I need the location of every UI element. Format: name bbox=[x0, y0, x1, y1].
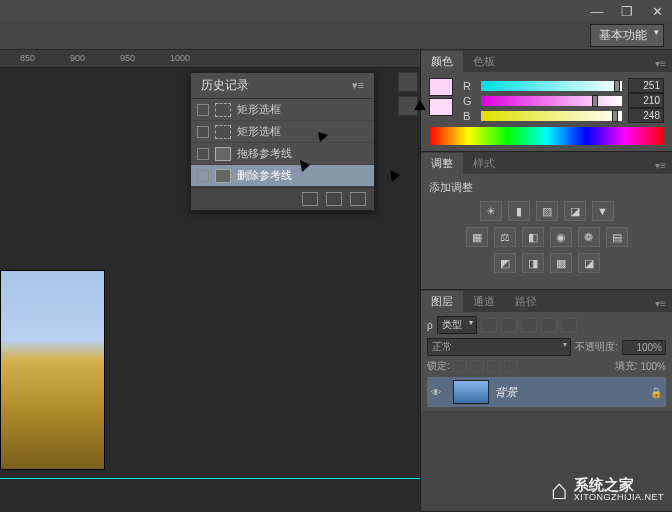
adj-vibrance-icon[interactable]: ▼ bbox=[592, 201, 614, 221]
collapse-icon[interactable] bbox=[398, 72, 418, 92]
tab-color[interactable]: 颜色 bbox=[421, 51, 463, 72]
color-panel: 颜色 色板 ▾≡ R 251 bbox=[421, 50, 672, 152]
history-title: 历史记录 bbox=[201, 77, 249, 94]
layer-filter-type[interactable]: 类型 bbox=[437, 316, 477, 334]
tab-layers[interactable]: 图层 bbox=[421, 291, 463, 312]
panel-menu-icon[interactable]: ▾≡ bbox=[352, 79, 364, 92]
visibility-toggle-icon[interactable] bbox=[431, 386, 447, 398]
blend-mode-select[interactable]: 正常 bbox=[427, 338, 571, 356]
lock-all-icon[interactable] bbox=[504, 360, 518, 372]
ruler-tick: 950 bbox=[120, 53, 135, 63]
guide-line[interactable] bbox=[0, 478, 420, 479]
watermark-en: XITONGZHIJIA.NET bbox=[574, 493, 664, 503]
tab-styles[interactable]: 样式 bbox=[463, 153, 505, 174]
lock-label: 锁定: bbox=[427, 359, 450, 373]
ruler-horizontal[interactable]: 850 900 950 1000 bbox=[0, 50, 420, 68]
channel-r-label: R bbox=[463, 80, 475, 92]
marquee-icon bbox=[215, 125, 231, 139]
ruler-tick: 850 bbox=[20, 53, 35, 63]
tab-paths[interactable]: 路径 bbox=[505, 291, 547, 312]
layer-thumbnail[interactable] bbox=[453, 380, 489, 404]
canvas-image[interactable] bbox=[0, 270, 105, 470]
restore-button[interactable]: ❐ bbox=[612, 1, 642, 21]
history-checkbox[interactable] bbox=[197, 170, 209, 182]
history-label: 矩形选框 bbox=[237, 102, 281, 117]
tab-adjust[interactable]: 调整 bbox=[421, 153, 463, 174]
ruler-tick: 1000 bbox=[170, 53, 190, 63]
foreground-swatch[interactable] bbox=[429, 78, 453, 96]
adj-lookup-icon[interactable]: ▤ bbox=[606, 227, 628, 247]
filter-pixel-icon[interactable] bbox=[481, 318, 497, 332]
panel-menu-icon[interactable]: ▾≡ bbox=[649, 157, 672, 174]
adj-balance-icon[interactable]: ⚖ bbox=[494, 227, 516, 247]
history-item[interactable]: 拖移参考线 bbox=[191, 143, 374, 165]
adjustments-panel: 调整 样式 ▾≡ 添加调整 ☀ ▮ ▨ ◪ ▼ ▦ ⚖ ◧ ◉ ❁ bbox=[421, 152, 672, 290]
dock-panel-icon[interactable] bbox=[398, 96, 418, 116]
fill-label: 填充: bbox=[615, 359, 638, 373]
filter-shape-icon[interactable] bbox=[541, 318, 557, 332]
layer-background[interactable]: 背景 🔒 bbox=[427, 377, 666, 407]
lock-pixels-icon[interactable] bbox=[470, 360, 484, 372]
adj-exposure-icon[interactable]: ◪ bbox=[564, 201, 586, 221]
filter-smart-icon[interactable] bbox=[561, 318, 577, 332]
dock-strip bbox=[398, 72, 420, 116]
value-r[interactable]: 251 bbox=[628, 78, 664, 93]
watermark: ⌂ 系统之家 XITONGZHIJIA.NET bbox=[551, 474, 664, 506]
adj-mixer-icon[interactable]: ❁ bbox=[578, 227, 600, 247]
history-footer bbox=[191, 187, 374, 210]
ruler-tick: 900 bbox=[70, 53, 85, 63]
lock-transparent-icon[interactable] bbox=[453, 360, 467, 372]
slider-r[interactable] bbox=[481, 81, 622, 91]
channel-b-label: B bbox=[463, 110, 475, 122]
adj-gradmap-icon[interactable]: ◪ bbox=[578, 253, 600, 273]
adj-photo-icon[interactable]: ◉ bbox=[550, 227, 572, 247]
adj-levels-icon[interactable]: ▮ bbox=[508, 201, 530, 221]
adj-invert-icon[interactable]: ◩ bbox=[494, 253, 516, 273]
slider-b[interactable] bbox=[481, 111, 622, 121]
layer-name[interactable]: 背景 bbox=[495, 385, 517, 400]
adj-bw-icon[interactable]: ◧ bbox=[522, 227, 544, 247]
adj-hue-icon[interactable]: ▦ bbox=[466, 227, 488, 247]
adj-thresh-icon[interactable]: ▩ bbox=[550, 253, 572, 273]
channel-g-label: G bbox=[463, 95, 475, 107]
lock-position-icon[interactable] bbox=[487, 360, 501, 372]
history-label: 矩形选框 bbox=[237, 124, 281, 139]
adjust-row: ☀ ▮ ▨ ◪ ▼ bbox=[429, 201, 664, 221]
guide-icon bbox=[215, 147, 231, 161]
history-label: 删除参考线 bbox=[237, 168, 292, 183]
adj-brightness-icon[interactable]: ☀ bbox=[480, 201, 502, 221]
panel-menu-icon[interactable]: ▾≡ bbox=[649, 295, 672, 312]
filter-adjust-icon[interactable] bbox=[501, 318, 517, 332]
value-g[interactable]: 210 bbox=[628, 93, 664, 108]
adj-curves-icon[interactable]: ▨ bbox=[536, 201, 558, 221]
history-item-selected[interactable]: 删除参考线 bbox=[191, 165, 374, 187]
color-spectrum[interactable] bbox=[429, 127, 664, 145]
watermark-logo-icon: ⌂ bbox=[551, 474, 568, 506]
fill-value[interactable]: 100% bbox=[640, 361, 666, 372]
minimize-button[interactable]: — bbox=[582, 1, 612, 21]
value-b[interactable]: 248 bbox=[628, 108, 664, 123]
history-item[interactable]: 矩形选框 bbox=[191, 99, 374, 121]
tab-swatches[interactable]: 色板 bbox=[463, 51, 505, 72]
opacity-value[interactable]: 100% bbox=[622, 340, 666, 355]
history-item[interactable]: 矩形选框 bbox=[191, 121, 374, 143]
color-swatches bbox=[429, 78, 453, 123]
tab-channels[interactable]: 通道 bbox=[463, 291, 505, 312]
slider-g[interactable] bbox=[481, 96, 622, 106]
snapshot-icon[interactable] bbox=[326, 192, 342, 206]
new-document-icon[interactable] bbox=[302, 192, 318, 206]
trash-icon[interactable] bbox=[350, 192, 366, 206]
history-checkbox[interactable] bbox=[197, 126, 209, 138]
panel-menu-icon[interactable]: ▾≡ bbox=[649, 55, 672, 72]
watermark-cn: 系统之家 bbox=[574, 477, 664, 494]
history-label: 拖移参考线 bbox=[237, 146, 292, 161]
filter-text-icon[interactable] bbox=[521, 318, 537, 332]
titlebar: — ❐ ✕ bbox=[0, 0, 672, 22]
history-checkbox[interactable] bbox=[197, 148, 209, 160]
close-button[interactable]: ✕ bbox=[642, 1, 672, 21]
workspace-selector[interactable]: 基本功能 bbox=[590, 24, 664, 47]
adj-poster-icon[interactable]: ◨ bbox=[522, 253, 544, 273]
history-panel: 历史记录 ▾≡ 矩形选框 矩形选框 拖移参考线 删除参考线 bbox=[190, 72, 375, 211]
background-swatch[interactable] bbox=[429, 98, 453, 116]
history-checkbox[interactable] bbox=[197, 104, 209, 116]
